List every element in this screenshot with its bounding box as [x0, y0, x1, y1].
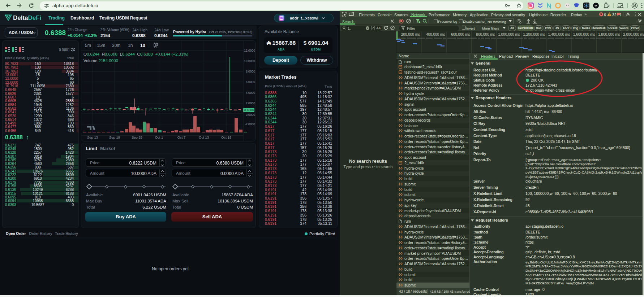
svg-text:8.0000: 8.0000 — [246, 70, 255, 73]
svg-text:2,000,000 ms: 2,000,000 ms — [623, 32, 644, 36]
svg-text:12.0000: 12.0000 — [244, 49, 255, 52]
svg-text:2.0000: 2.0000 — [246, 101, 255, 105]
svg-text:200,000 ms: 200,000 ms — [401, 32, 420, 36]
svg-text:1,400,000 ms: 1,400,000 ms — [548, 32, 570, 36]
svg-text:4.0000: 4.0000 — [246, 91, 255, 95]
svg-text:400,000 ms: 400,000 ms — [426, 32, 445, 36]
svg-text:1,800,000 ms: 1,800,000 ms — [598, 32, 620, 36]
svg-text:Oct 1: Oct 1 — [155, 135, 163, 139]
svg-text:10.0000: 10.0000 — [244, 59, 255, 63]
svg-text:1,200,000 ms: 1,200,000 ms — [523, 32, 545, 36]
svg-text:600,000 ms: 600,000 ms — [451, 32, 470, 36]
svg-text:Oct 13: Oct 13 — [199, 135, 209, 139]
svg-text:0.0000: 0.0000 — [246, 113, 255, 117]
svg-text:0.6388: 0.6388 — [244, 108, 254, 112]
svg-text:Sep 25: Sep 25 — [132, 135, 142, 139]
svg-text:Oct 19: Oct 19 — [221, 135, 231, 139]
svg-text:800,000 ms: 800,000 ms — [476, 32, 495, 36]
svg-text:1,000,000 ms: 1,000,000 ms — [498, 32, 520, 36]
svg-text:Sep 19: Sep 19 — [109, 135, 120, 139]
svg-text:-2.0000: -2.0000 — [245, 122, 255, 126]
svg-text:Oct 7: Oct 7 — [177, 135, 186, 139]
svg-text:Sep 13: Sep 13 — [87, 135, 98, 139]
svg-text:1,600,000 ms: 1,600,000 ms — [573, 32, 595, 36]
svg-text:6.0000: 6.0000 — [246, 80, 255, 84]
